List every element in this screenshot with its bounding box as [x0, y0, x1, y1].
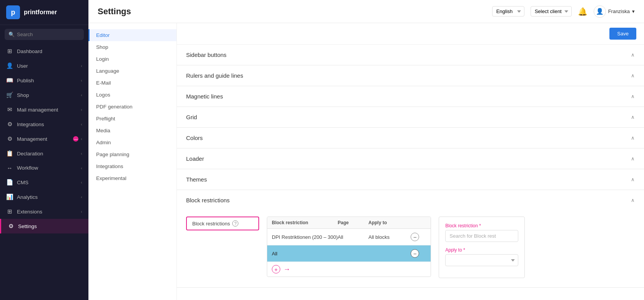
search-input[interactable]: [17, 32, 80, 37]
logo-icon: p: [6, 5, 20, 19]
sidebar-item-mail[interactable]: ✉ Mail management ‹: [0, 102, 88, 117]
chevron-icon: ‹: [81, 209, 82, 214]
accordion-header-loader[interactable]: Loader ∧: [177, 148, 644, 169]
chevron-up-icon: ∧: [631, 197, 635, 203]
sidebar-item-cms[interactable]: 📄 CMS ‹: [0, 175, 88, 190]
accordion-header-block-restrictions[interactable]: Block restrictions ∧: [177, 190, 644, 210]
save-button[interactable]: Save: [609, 28, 636, 40]
accordion-loader: Loader ∧: [177, 148, 644, 169]
sidebar-item-label: Management: [17, 136, 47, 142]
chevron-icon: ‹: [81, 93, 82, 97]
submenu-item-editor[interactable]: Editor: [88, 29, 176, 41]
submenu-item-preflight[interactable]: Preflight: [88, 113, 176, 125]
sidebar-item-label: CMS: [17, 180, 28, 185]
sidebar-item-declaration[interactable]: 📋 Declaration ‹: [0, 146, 88, 161]
help-icon[interactable]: ?: [232, 220, 238, 227]
chevron-up-icon: ∧: [631, 73, 635, 78]
submenu-item-language[interactable]: Language: [88, 65, 176, 77]
accordion-label: Block restrictions: [186, 197, 230, 203]
sidebar-item-label: Analytics: [17, 194, 38, 200]
submenu-item-integrations[interactable]: Integrations: [88, 160, 176, 172]
chevron-icon: ‹: [81, 107, 82, 112]
language-select[interactable]: English Deutsch: [492, 6, 524, 17]
submenu-item-media[interactable]: Media: [88, 125, 176, 137]
sidebar-item-label: Extensions: [17, 209, 42, 215]
form-field-apply-to: Apply to * All blocks: [445, 247, 518, 266]
accordion-header-grid[interactable]: Grid ∧: [177, 107, 644, 127]
accordion-header-themes[interactable]: Themes ∧: [177, 169, 644, 190]
arrow-right-icon: →: [283, 265, 290, 273]
accordion-label: Colors: [186, 135, 203, 141]
col-page: Page: [338, 220, 368, 225]
user-name: Franziska: [608, 8, 630, 14]
logo-text: printformer: [24, 9, 57, 16]
submenu-item-admin[interactable]: Admin: [88, 137, 176, 148]
remove-row-button[interactable]: −: [411, 233, 419, 241]
submenu-item-email[interactable]: E-Mail: [88, 77, 176, 89]
sidebar-item-label: Publish: [17, 78, 34, 83]
table-row-highlighted: All −: [267, 245, 431, 262]
chevron-icon: ‹: [81, 151, 82, 156]
chevron-up-icon: ∧: [631, 93, 635, 99]
sidebar-item-dashboard[interactable]: ⊞ Dashboard: [0, 44, 88, 58]
analytics-icon: 📊: [6, 193, 13, 200]
search-icon: 🔍: [8, 32, 15, 37]
accordion-label: Grid: [186, 114, 197, 120]
sidebar-item-shop[interactable]: 🛒 Shop ‹: [0, 88, 88, 102]
client-select[interactable]: Select client: [531, 6, 572, 17]
accordion-header-magnetic[interactable]: Magnetic lines ∧: [177, 86, 644, 107]
accordion-label: Themes: [186, 176, 207, 183]
sidebar-item-analytics[interactable]: 📊 Analytics ‹: [0, 190, 88, 204]
sidebar-item-workflow[interactable]: ↔ Workflow ‹: [0, 161, 88, 175]
declaration-icon: 📋: [6, 150, 13, 157]
management-icon: ⚙: [6, 135, 13, 142]
submenu-item-page-planning[interactable]: Page planning: [88, 148, 176, 160]
submenu-item-shop[interactable]: Shop: [88, 41, 176, 53]
sidebar-item-extensions[interactable]: ⊞ Extensions ‹: [0, 204, 88, 219]
block-restriction-input[interactable]: [445, 230, 518, 242]
sidebar-search-container[interactable]: 🔍: [5, 29, 84, 40]
submenu-item-login[interactable]: Login: [88, 53, 176, 65]
management-badge: —: [73, 136, 78, 142]
accordion-grid: Grid ∧: [177, 107, 644, 128]
sidebar-item-user[interactable]: 👤 User ‹: [0, 58, 88, 73]
remove-highlighted-row-button[interactable]: −: [411, 249, 419, 258]
sidebar-item-publish[interactable]: 📖 Publish ‹: [0, 73, 88, 88]
block-restrictions-left: Block restrictions ?: [186, 217, 259, 278]
workflow-icon: ↔: [6, 165, 13, 171]
bell-icon[interactable]: 🔔: [578, 7, 587, 16]
chevron-icon: ‹: [81, 63, 82, 68]
sidebar-item-label: User: [17, 63, 28, 69]
sidebar-item-management[interactable]: ⚙ Management — ‹: [0, 132, 88, 146]
submenu-item-pdf[interactable]: PDF generation: [88, 101, 176, 113]
col-action: [411, 220, 426, 225]
chevron-up-icon: ∧: [631, 114, 635, 120]
avatar: 👤: [594, 5, 606, 18]
accordion-label: Loader: [186, 155, 204, 162]
accordion-sidebar-buttons: Sidebar buttons ∧: [177, 45, 644, 65]
main-content: Settings English Deutsch Select client 🔔…: [88, 0, 644, 300]
table-row: DPI Restriktionen (200 – 300) All All bl…: [267, 229, 431, 245]
submenu-item-logos[interactable]: Logos: [88, 89, 176, 101]
settings-icon: ⚙: [7, 223, 14, 230]
form-field-restriction: Block restriction *: [445, 223, 518, 242]
accordion-header-colors[interactable]: Colors ∧: [177, 128, 644, 148]
user-info[interactable]: 👤 Franziska ▾: [594, 5, 635, 18]
sidebar-item-integrations[interactable]: ⚙ Integrations ‹: [0, 117, 88, 132]
accordion-colors: Colors ∧: [177, 128, 644, 148]
form-label-apply-to: Apply to *: [445, 247, 518, 253]
accordion-label: Rulers and guide lines: [186, 72, 243, 79]
sidebar-item-settings[interactable]: ⚙ Settings: [0, 219, 88, 233]
submenu-item-experimental[interactable]: Experimental: [88, 172, 176, 184]
add-row-button[interactable]: +: [272, 265, 280, 273]
accordion-themes: Themes ∧: [177, 169, 644, 190]
cell-all: All: [272, 251, 338, 257]
apply-to-select[interactable]: All blocks: [445, 254, 518, 266]
accordion-block-restrictions: Block restrictions ∧ Block restrictions …: [177, 190, 644, 288]
block-restrictions-label[interactable]: Block restrictions ?: [186, 217, 259, 230]
topbar: Settings English Deutsch Select client 🔔…: [88, 0, 644, 23]
chevron-icon: ‹: [81, 166, 82, 170]
accordion-header-rulers[interactable]: Rulers and guide lines ∧: [177, 65, 644, 86]
accordion-header-sidebar-buttons[interactable]: Sidebar buttons ∧: [177, 45, 644, 65]
sidebar: p printformer 🔍 ⊞ Dashboard 👤 User ‹ 📖 P…: [0, 0, 88, 300]
